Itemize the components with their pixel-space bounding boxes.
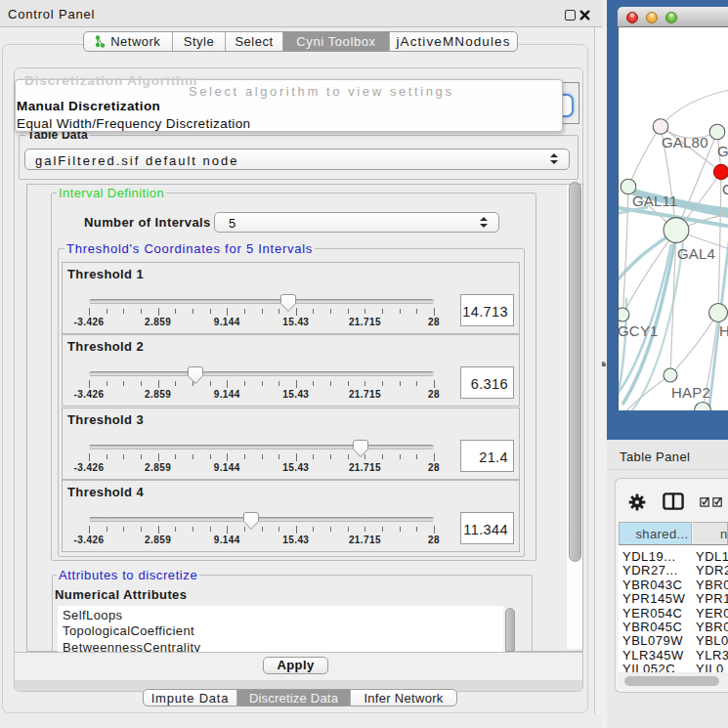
svg-text:H: H [719, 322, 728, 339]
svg-text:GAL4: GAL4 [677, 245, 715, 262]
svg-text:GA: GA [717, 143, 728, 159]
svg-text:C: C [722, 181, 728, 197]
svg-text:GCY1: GCY1 [619, 322, 659, 339]
svg-text:GAL11: GAL11 [632, 193, 678, 209]
svg-text:GAL80: GAL80 [662, 134, 708, 150]
svg-text:HAP2: HAP2 [671, 384, 710, 401]
